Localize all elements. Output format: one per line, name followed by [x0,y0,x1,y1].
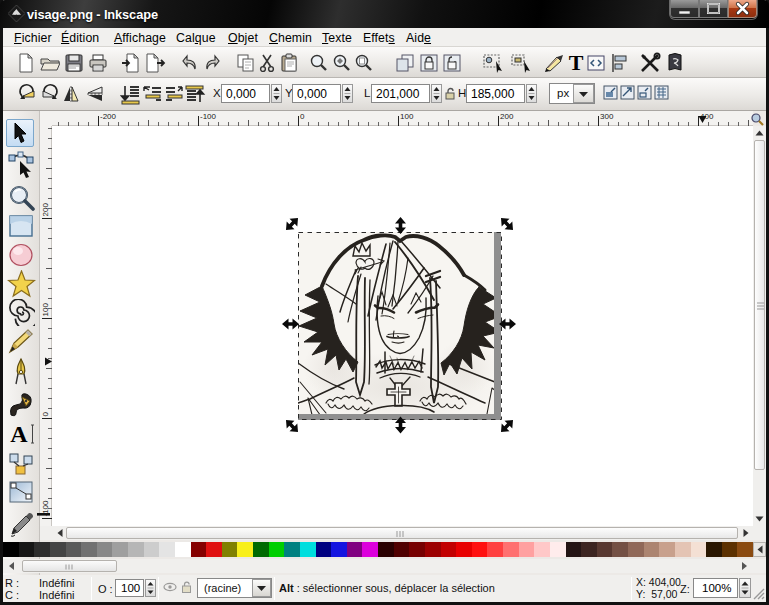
svg-text:100: 100 [400,112,414,121]
svg-text:100: 100 [41,303,50,317]
svg-text:300: 300 [600,112,614,121]
svg-text:200: 200 [500,112,514,121]
svg-text:0: 0 [300,112,305,121]
svg-text:-100: -100 [200,112,217,121]
svg-text:A: A [10,422,28,447]
svg-text:T: T [569,51,584,75]
svg-text:200: 200 [41,203,50,217]
svg-text:-200: -200 [100,112,117,121]
svg-text:0: 0 [41,412,50,417]
